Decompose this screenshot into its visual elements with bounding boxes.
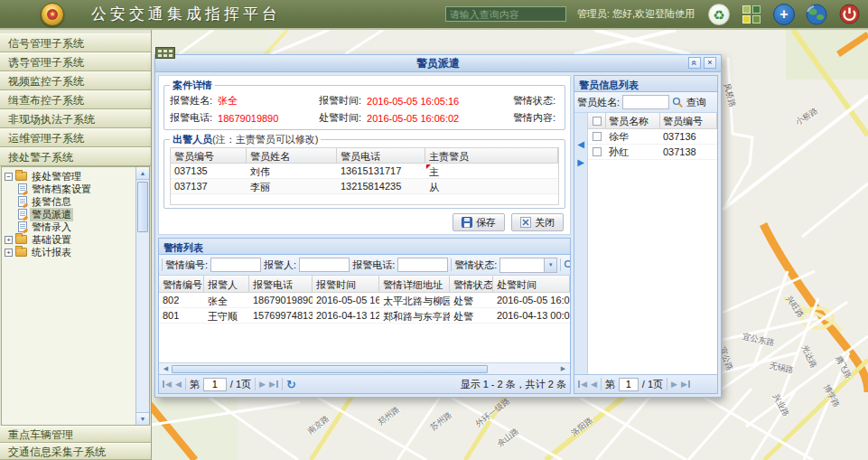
case-detail-legend: 案件详情 [170, 79, 215, 92]
officer-search-button[interactable]: 查询 [672, 96, 706, 109]
move-left-icon[interactable]: ◀ [577, 140, 584, 149]
sidebar-item[interactable]: 重点车辆管理 [0, 426, 151, 443]
scroll-up-icon[interactable]: ▲ [136, 167, 149, 180]
last-page-icon[interactable]: ▶ [269, 380, 278, 389]
checkbox-icon[interactable] [593, 117, 602, 126]
expand-toggle-icon[interactable]: + [5, 236, 13, 244]
officer-name-input[interactable] [622, 95, 669, 109]
filter-label: 警情编号: [165, 258, 208, 272]
apps-grid-icon[interactable] [740, 3, 763, 26]
prev-page-icon[interactable]: ◀ [175, 380, 182, 389]
first-page-icon[interactable]: ◀ [163, 380, 172, 389]
next-page-icon[interactable]: ▶ [259, 380, 266, 389]
global-search-input[interactable] [445, 6, 566, 22]
column-header[interactable]: 主责警员 [425, 148, 558, 163]
table-row[interactable]: 徐华037136 [588, 129, 717, 145]
prev-page-icon[interactable]: ◀ [591, 380, 597, 389]
row-checkbox[interactable] [588, 146, 606, 157]
column-header[interactable]: 警员名称 [606, 113, 660, 128]
next-page-icon[interactable]: ▶ [671, 380, 677, 389]
column-header[interactable]: 处警时间 [493, 276, 570, 292]
move-right-icon[interactable]: ▶ [577, 158, 584, 167]
alert-table-header[interactable]: 警情编号▼报警人报警电话报警时间警情详细地址警情状态处警时间 [159, 276, 570, 293]
officer-table-header[interactable]: 警员名称警员编号 [588, 113, 717, 129]
alert-list-panel: 警情列表 警情编号:报警人:报警电话:警情状态:▼ 查询 警情编号▼报警人报警电… [158, 238, 571, 394]
globe-icon[interactable] [805, 3, 828, 26]
select-all-checkbox[interactable] [588, 113, 606, 128]
table-row[interactable]: 孙红037138 [588, 145, 717, 160]
table-cell: 处警 [450, 293, 493, 307]
filter-label: 报警电话: [352, 258, 395, 272]
scroll-right-icon[interactable]: ▶ [557, 365, 569, 372]
recycle-icon[interactable]: ♻ [707, 3, 731, 26]
last-page-icon[interactable]: ▶ [681, 380, 690, 389]
table-row[interactable]: 802张全186790198902016-05-05 16:...太平北路与柳园… [159, 293, 570, 308]
first-page-icon[interactable]: ◀ [578, 380, 587, 389]
refresh-icon[interactable]: ↻ [286, 378, 296, 391]
officer-table-body: 徐华037136孙红037138 [588, 129, 717, 160]
tree-item[interactable]: +基础设置 [5, 233, 135, 246]
welcome-text: 管理员: 您好,欢迎登陆使用 [577, 7, 695, 21]
column-header[interactable]: 警情状态 [450, 276, 493, 292]
page-number-input[interactable] [203, 378, 227, 391]
sidebar-item[interactable]: 非现场执法子系统 [0, 109, 151, 128]
column-header[interactable]: 报警时间 [313, 276, 379, 292]
tree-item[interactable]: 接警信息 [5, 195, 135, 208]
column-header[interactable]: 警情详细地址 [379, 276, 450, 292]
sidebar-item[interactable]: 缉查布控子系统 [0, 90, 151, 109]
dispatch-table-header[interactable]: 警员编号警员姓名警员电话主责警员 [170, 147, 559, 164]
chevron-down-icon[interactable]: ▼ [544, 258, 556, 272]
table-cell: 2016-05-05 16:06... [493, 293, 570, 307]
tree-item[interactable]: 警员派遣 [5, 208, 135, 221]
table-cell: 处警 [450, 308, 493, 323]
column-header[interactable]: 报警人 [204, 276, 249, 292]
scroll-thumb[interactable] [172, 365, 488, 373]
tree-item[interactable]: −接处警管理 [5, 170, 135, 183]
alert-search-button[interactable]: 查询 [564, 258, 570, 272]
expand-toggle-icon[interactable]: − [5, 173, 13, 181]
table-cell: 037137 [171, 179, 247, 193]
filter-input[interactable] [210, 258, 261, 272]
scroll-down-icon[interactable]: ▼ [136, 412, 149, 425]
sidebar-item[interactable]: 信号管理子系统 [0, 33, 151, 52]
close-icon[interactable]: × [704, 57, 716, 69]
column-header[interactable]: 警员姓名 [247, 148, 337, 163]
expand-toggle-icon[interactable]: + [5, 249, 13, 257]
column-header[interactable]: 警员编号 [171, 148, 247, 163]
panel-handle-icon[interactable] [155, 47, 175, 59]
checkbox-icon[interactable] [593, 132, 602, 141]
close-button[interactable]: 关闭 [511, 213, 564, 231]
column-header[interactable]: 警情编号▼ [159, 276, 204, 292]
table-row[interactable]: 037137李丽13215814235从 [171, 179, 558, 194]
column-header[interactable]: 警员电话 [337, 148, 425, 163]
filter-input[interactable] [299, 258, 350, 272]
tree-item[interactable]: 警情录入 [5, 221, 135, 233]
table-row[interactable]: 801王守顺157699748132016-04-13 12:...郑和路与东亭… [159, 308, 570, 324]
sidebar-item[interactable]: 接处警子系统 [0, 147, 151, 166]
tree-scrollbar[interactable]: ▲ ▼ [135, 167, 149, 425]
save-button[interactable]: 保存 [453, 213, 505, 231]
status-select[interactable]: ▼ [499, 258, 557, 273]
power-icon[interactable] [837, 3, 861, 26]
tree-item[interactable]: 警情档案设置 [5, 183, 135, 195]
horizontal-scrollbar[interactable]: ◀ ▶ [159, 362, 570, 374]
column-header[interactable]: 报警电话 [249, 276, 313, 292]
add-icon[interactable]: + [772, 3, 796, 26]
sidebar-item[interactable]: 运维管理子系统 [0, 128, 151, 147]
sidebar-item[interactable]: 视频监控子系统 [0, 71, 151, 90]
dialog-titlebar[interactable]: 警员派遣 « × [155, 55, 721, 72]
collapse-icon[interactable]: « [688, 57, 701, 69]
app-title: 公安交通集成指挥平台 [91, 4, 281, 24]
page-number-input[interactable] [619, 378, 639, 391]
document-icon [18, 183, 27, 194]
scroll-left-icon[interactable]: ◀ [160, 365, 172, 372]
column-header[interactable]: 警员编号 [660, 113, 717, 128]
filter-input[interactable] [397, 258, 448, 272]
checkbox-icon[interactable] [593, 147, 602, 156]
row-checkbox[interactable] [588, 131, 606, 142]
scroll-thumb[interactable] [137, 182, 148, 232]
sidebar-item[interactable]: 诱导管理子系统 [0, 52, 151, 71]
tree-item[interactable]: +统计报表 [5, 246, 135, 258]
table-row[interactable]: 037135刘伟13615131717主 [171, 164, 558, 179]
sidebar-item[interactable]: 交通信息采集子系统 [0, 443, 151, 460]
